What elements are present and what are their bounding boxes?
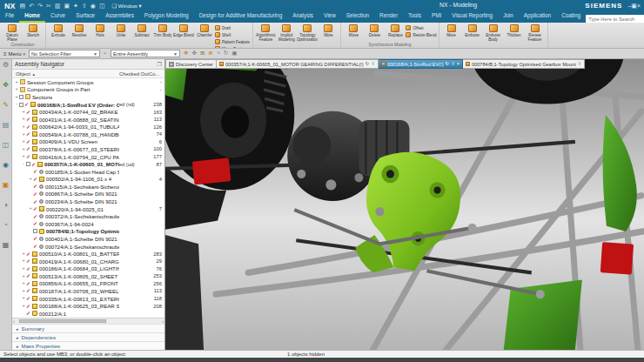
- close-tab-icon[interactable]: ×: [457, 62, 460, 67]
- ribbon-button-trim-body[interactable]: Trim Body: [152, 23, 173, 37]
- ribbon-button-shell[interactable]: Shell: [215, 32, 251, 37]
- web-browser-icon[interactable]: ◑: [3, 202, 8, 209]
- checkout-icon[interactable]: ⇧: [451, 62, 455, 67]
- menu-button[interactable]: ≡ Menu ▾: [3, 51, 25, 57]
- refresh-icon[interactable]: ↻: [446, 62, 450, 67]
- row-checkbox[interactable]: [19, 95, 23, 99]
- tree-row[interactable]: ✓000185/A;1-Socket Head Cap Screw_ISO_(S…: [12, 168, 164, 176]
- tab-tools[interactable]: Tools: [403, 10, 426, 23]
- part-navigator-icon[interactable]: ▤: [3, 122, 10, 129]
- ribbon-button-resize-blend[interactable]: Resize Blend: [406, 32, 436, 37]
- ribbon-button-renew-feature[interactable]: Renew Feature: [525, 23, 546, 42]
- column-count[interactable]: Co...: [149, 71, 164, 77]
- assembly-constraints-icon[interactable]: ⊞: [200, 50, 205, 57]
- process-studio-icon[interactable]: ▦: [3, 242, 10, 249]
- tree-row[interactable]: +✓000220/A;1-94-0025_017: [12, 205, 164, 213]
- ribbon-button-thicken[interactable]: Thicken: [504, 23, 525, 37]
- tree-row[interactable]: 000784/B;1-Topology Optimised Gearbox ..…: [12, 228, 164, 236]
- repeat-command-icon[interactable]: ✦: [73, 3, 78, 9]
- ribbon-button-sketch[interactable]: Sketch: [23, 23, 44, 37]
- tree-row[interactable]: +✓000416/A;1-K-00794_02_CPU PACKAGES177: [12, 153, 164, 161]
- viewport-3d-model[interactable]: [165, 59, 644, 350]
- tab-home[interactable]: Home: [19, 10, 45, 23]
- ribbon-button-revolve[interactable]: Revolve: [69, 23, 90, 37]
- ribbon-button-extrude[interactable]: Extrude: [48, 23, 69, 37]
- selection-scope-icon[interactable]: ⌁: [104, 50, 107, 57]
- search-input[interactable]: [586, 15, 644, 23]
- tree-row[interactable]: +✓000187/A;1-K-00708_03_WHEELS113: [12, 287, 164, 295]
- part-tab[interactable]: Discovery Center: [165, 59, 217, 69]
- tree-row[interactable]: ✓000212/A;1: [12, 310, 164, 318]
- ribbon-button-unite[interactable]: Unite: [111, 23, 131, 37]
- ribbon-button-chamfer[interactable]: Chamfer: [194, 23, 215, 37]
- restore-button[interactable]: ▣: [631, 3, 637, 9]
- touch-mode-icon[interactable]: ⇧: [82, 3, 87, 9]
- expand-toggle[interactable]: +: [14, 87, 19, 92]
- section-dependencies[interactable]: ▸Dependencies: [12, 332, 164, 341]
- column-object[interactable]: Object ▲: [12, 71, 119, 77]
- tree-row[interactable]: +✓000513/A;1-K-00805_02_SHEET METAL PANE…: [12, 272, 164, 280]
- expand-toggle[interactable]: +: [14, 80, 19, 85]
- tree-row[interactable]: +✓000378/A;1-K-00677_03_STEERING CONTROL…: [12, 145, 164, 153]
- copy-icon[interactable]: ▥: [55, 3, 61, 9]
- save-icon[interactable]: ▤: [20, 3, 26, 9]
- tree-row[interactable]: ✓000724/A;1-Sechskantschraube mit Gewind…: [12, 243, 164, 251]
- move-component-icon[interactable]: ⊕: [208, 50, 212, 57]
- checkout-icon[interactable]: ⇧: [578, 62, 582, 67]
- tree-row[interactable]: ✓000115/A;1-Sechskant-Sicherungsmutter I…: [12, 183, 164, 191]
- tab-curve[interactable]: Curve: [45, 10, 70, 23]
- redo-icon[interactable]: ↷: [37, 3, 43, 9]
- ribbon-button-delete[interactable]: Delete: [364, 23, 385, 37]
- tree-row[interactable]: ✓000867/A;1-Scheibe DIN 9021 - 10.5_Wash…: [12, 191, 164, 198]
- ribbon-button-algorithmic-feature[interactable]: Algorithmic Feature: [255, 23, 276, 42]
- tab-design-for-additive-manufacturing[interactable]: Design for Additive Manufacturing: [194, 10, 288, 23]
- tree-row[interactable]: ✓000401/A;1-Scheibe DIN 9021 - 8.4_Washe…: [12, 235, 164, 243]
- snap-point-icon[interactable]: ✥: [184, 50, 188, 57]
- hd3d-tools-icon[interactable]: ▣: [3, 182, 10, 189]
- ribbon-button-move[interactable]: Move: [343, 23, 364, 37]
- command-finder-icon[interactable]: ◉: [91, 3, 96, 9]
- tab-join[interactable]: Join: [498, 10, 519, 23]
- tree-row[interactable]: ✓000367/A;1-94-0024: [12, 220, 164, 228]
- graphics-window[interactable]: Discovery Center000357/A;1-K-00605_01_MO…: [165, 59, 644, 350]
- ribbon-button-more[interactable]: More: [441, 23, 462, 37]
- ribbon-button-edge-blend[interactable]: Edge Blend: [173, 23, 194, 37]
- part-tab-active[interactable]: 000168/A;1-SimRod EV(!)↻⇧×: [379, 59, 463, 69]
- scroll-right-icon[interactable]: ›: [162, 318, 164, 325]
- column-checked-out[interactable]: Checked Out ...: [119, 71, 149, 77]
- checkout-icon[interactable]: ⇧: [371, 62, 375, 67]
- scrollbar-thumb[interactable]: [19, 319, 106, 323]
- tree-row[interactable]: -✓000357/A;1-K-00605_01_MOTOR GEARING DI…: [12, 160, 164, 168]
- ribbon-button-more[interactable]: More: [318, 23, 339, 37]
- ribbon-button-offset[interactable]: Offset: [406, 25, 436, 30]
- selection-filter-dropdown[interactable]: No Selection Filter▼: [29, 50, 100, 57]
- ribbon-button-hole[interactable]: Hole: [90, 23, 111, 37]
- assembly-navigator-icon[interactable]: ✥: [3, 82, 9, 89]
- window-switch-icon[interactable]: ◫: [99, 3, 105, 9]
- tab-view[interactable]: View: [319, 10, 341, 23]
- tree-row[interactable]: +✓000856/A;1-K-00655_01_FRONT SUSPENSION…: [12, 280, 164, 288]
- tree-row[interactable]: +✓000335/A;1-K-00813_01_EXTERIOR BODY AN…: [12, 295, 164, 303]
- row-checkbox[interactable]: [19, 103, 23, 107]
- tree-row[interactable]: +Sections: [12, 93, 164, 101]
- red-marker-right[interactable]: [600, 242, 634, 275]
- tree-row[interactable]: +✓000431/A;1-K-00888_02_SEATING AND BELT…: [12, 116, 164, 124]
- panel-window-icon[interactable]: ❐: [158, 61, 162, 67]
- show-hide-icon[interactable]: ◔: [217, 50, 220, 57]
- section-summary[interactable]: ▸Summary: [12, 324, 164, 332]
- red-marker-left[interactable]: [192, 158, 231, 184]
- cut-icon[interactable]: ✂: [46, 3, 51, 9]
- tab-assemblies[interactable]: Assemblies: [100, 10, 139, 23]
- view-manager-icon[interactable]: ◉: [3, 162, 9, 169]
- tab-pmi[interactable]: PMI: [426, 10, 446, 23]
- tree-row[interactable]: +✓000186/A;1-K-00684_03_LIGHTING76: [12, 265, 164, 272]
- tab-application[interactable]: Application: [519, 10, 556, 23]
- constraint-navigator-icon[interactable]: ✎: [3, 102, 9, 109]
- row-checkbox[interactable]: [33, 229, 37, 233]
- horizontal-scrollbar[interactable]: ‹ ›: [12, 318, 164, 324]
- ribbon-button-implicit-modeling[interactable]: Implicit Modeling: [276, 23, 297, 42]
- ribbon-button-topology-optimization[interactable]: Topology Optimization: [297, 23, 318, 42]
- tree-row[interactable]: +✓000419/A;1-K-00680_01_CHARGER29: [12, 258, 164, 265]
- ribbon-button-emboss[interactable]: Emboss: [462, 23, 483, 37]
- tree-row[interactable]: ✓000372/A;1-Sechskantschraube mit Gewind…: [12, 212, 164, 220]
